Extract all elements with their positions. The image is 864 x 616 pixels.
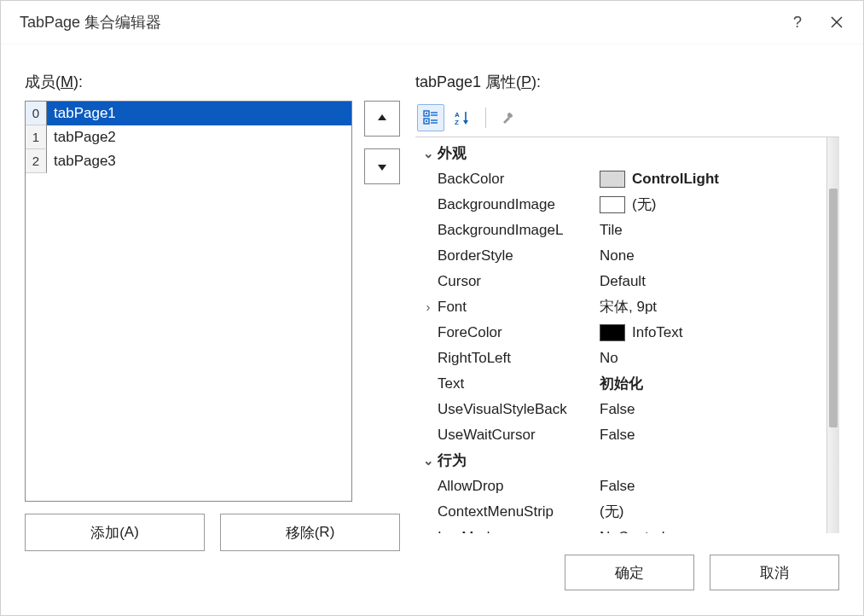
categorized-view-button[interactable] xyxy=(417,104,444,131)
property-value[interactable]: False xyxy=(600,398,826,422)
property-value-text: ControlLight xyxy=(632,167,719,192)
close-button[interactable] xyxy=(817,5,856,39)
property-name: Text xyxy=(438,372,600,397)
titlebar: TabPage 集合编辑器 ? xyxy=(1,1,863,44)
ok-button[interactable]: 确定 xyxy=(565,555,694,590)
property-row[interactable]: UseVisualStyleBackFalse xyxy=(415,397,826,422)
property-row[interactable]: ImeModeNoControl xyxy=(415,525,826,533)
member-index: 0 xyxy=(26,102,47,125)
property-row[interactable]: RightToLeftNo xyxy=(415,346,826,371)
member-name: tabPage3 xyxy=(47,149,351,173)
svg-marker-2 xyxy=(378,114,386,120)
property-name: BackColor xyxy=(438,167,600,192)
categorized-icon xyxy=(423,110,438,125)
property-value-text: Default xyxy=(600,270,646,294)
member-name: tabPage1 xyxy=(47,102,351,125)
property-row[interactable]: ContextMenuStrip(无) xyxy=(415,499,826,525)
close-icon xyxy=(830,15,844,29)
arrow-up-icon xyxy=(375,112,389,125)
property-category[interactable]: ⌄外观 xyxy=(415,141,826,166)
property-value-text: 宋体, 9pt xyxy=(600,295,657,320)
property-value-text: NoControl xyxy=(600,526,665,533)
property-name: BorderStyle xyxy=(438,244,600,269)
property-category[interactable]: ⌄行为 xyxy=(415,448,826,474)
category-name: 外观 xyxy=(438,142,467,166)
move-up-button[interactable] xyxy=(364,101,400,137)
property-row[interactable]: BackgroundImageLTile xyxy=(415,218,826,243)
property-value-text: False xyxy=(600,398,635,422)
category-name: 行为 xyxy=(438,449,467,474)
member-row[interactable]: 2tabPage3 xyxy=(26,149,351,173)
svg-marker-3 xyxy=(378,165,386,171)
property-name: UseVisualStyleBack xyxy=(438,398,600,422)
property-row[interactable]: BorderStyleNone xyxy=(415,243,826,269)
property-value[interactable]: False xyxy=(600,423,826,448)
property-row[interactable]: UseWaitCursorFalse xyxy=(415,422,826,448)
property-value[interactable]: InfoText xyxy=(600,321,826,346)
chevron-down-icon: ⌄ xyxy=(419,142,438,165)
svg-text:Z: Z xyxy=(455,119,459,125)
property-row[interactable]: BackColorControlLight xyxy=(415,166,826,192)
member-row[interactable]: 0tabPage1 xyxy=(26,102,351,125)
property-name: BackgroundImage xyxy=(438,193,600,218)
property-name: ImeMode xyxy=(438,526,600,533)
help-icon: ? xyxy=(793,14,802,32)
property-value[interactable]: ControlLight xyxy=(600,167,826,192)
property-value[interactable]: NoControl xyxy=(600,526,826,533)
property-value[interactable]: (无) xyxy=(600,500,826,525)
members-label: 成员(M): xyxy=(25,72,400,92)
properties-label: tabPage1 属性(P): xyxy=(415,72,839,92)
members-panel: 成员(M): 0tabPage11tabPage22tabPage3 添加(A) xyxy=(25,72,400,533)
scrollbar-thumb[interactable] xyxy=(829,189,838,427)
property-value-text: Tile xyxy=(600,218,623,243)
property-value[interactable]: No xyxy=(600,346,826,371)
members-list[interactable]: 0tabPage11tabPage22tabPage3 xyxy=(25,101,352,502)
property-grid[interactable]: ⌄外观BackColorControlLightBackgroundImage(… xyxy=(415,137,826,533)
alphabetical-view-button[interactable]: A Z xyxy=(449,104,477,131)
dialog-footer: 确定 取消 xyxy=(1,542,863,615)
property-row[interactable]: CursorDefault xyxy=(415,269,826,294)
cancel-button[interactable]: 取消 xyxy=(710,555,839,590)
property-row[interactable]: ForeColorInfoText xyxy=(415,320,826,346)
property-name: AllowDrop xyxy=(438,474,600,499)
sort-az-icon: A Z xyxy=(455,110,472,125)
property-value[interactable]: False xyxy=(600,474,826,499)
property-name: Font xyxy=(438,295,600,320)
property-name: UseWaitCursor xyxy=(438,423,600,448)
property-value[interactable]: 初始化 xyxy=(600,372,826,397)
property-value-text: (无) xyxy=(600,500,623,525)
move-down-button[interactable] xyxy=(364,148,400,184)
member-index: 2 xyxy=(26,149,47,173)
property-row[interactable]: AllowDropFalse xyxy=(415,474,826,499)
property-name: ContextMenuStrip xyxy=(438,500,600,525)
property-name: RightToLeft xyxy=(438,346,600,371)
property-name: ForeColor xyxy=(438,321,600,346)
color-swatch xyxy=(600,171,625,188)
property-value-text: InfoText xyxy=(632,321,683,346)
property-row[interactable]: BackgroundImage(无) xyxy=(415,192,826,218)
svg-text:A: A xyxy=(455,111,460,119)
properties-panel: tabPage1 属性(P): xyxy=(415,72,839,533)
property-value-text: False xyxy=(600,474,635,499)
property-value[interactable]: Tile xyxy=(600,218,826,243)
property-pages-button[interactable] xyxy=(495,104,522,131)
property-row[interactable]: Text初始化 xyxy=(415,371,826,397)
property-grid-scrollbar[interactable] xyxy=(826,137,839,533)
member-row[interactable]: 1tabPage2 xyxy=(26,125,351,149)
property-value-text: 初始化 xyxy=(600,372,643,397)
property-row[interactable]: ›Font宋体, 9pt xyxy=(415,294,826,320)
svg-marker-17 xyxy=(463,120,468,125)
collection-editor-dialog: TabPage 集合编辑器 ? 成员(M): 0tabPage11tabPage… xyxy=(0,0,864,616)
toolbar-separator xyxy=(485,108,486,128)
property-name: Cursor xyxy=(438,270,600,294)
property-value[interactable]: (无) xyxy=(600,193,826,218)
chevron-down-icon: ⌄ xyxy=(419,450,438,472)
reorder-buttons xyxy=(364,101,400,502)
property-value[interactable]: 宋体, 9pt xyxy=(600,295,826,320)
help-button[interactable]: ? xyxy=(778,5,817,39)
property-grid-toolbar: A Z xyxy=(415,101,839,137)
property-value[interactable]: None xyxy=(600,244,826,269)
property-value[interactable]: Default xyxy=(600,270,826,294)
wrench-icon xyxy=(501,110,516,125)
dialog-body: 成员(M): 0tabPage11tabPage22tabPage3 添加(A) xyxy=(1,44,863,542)
